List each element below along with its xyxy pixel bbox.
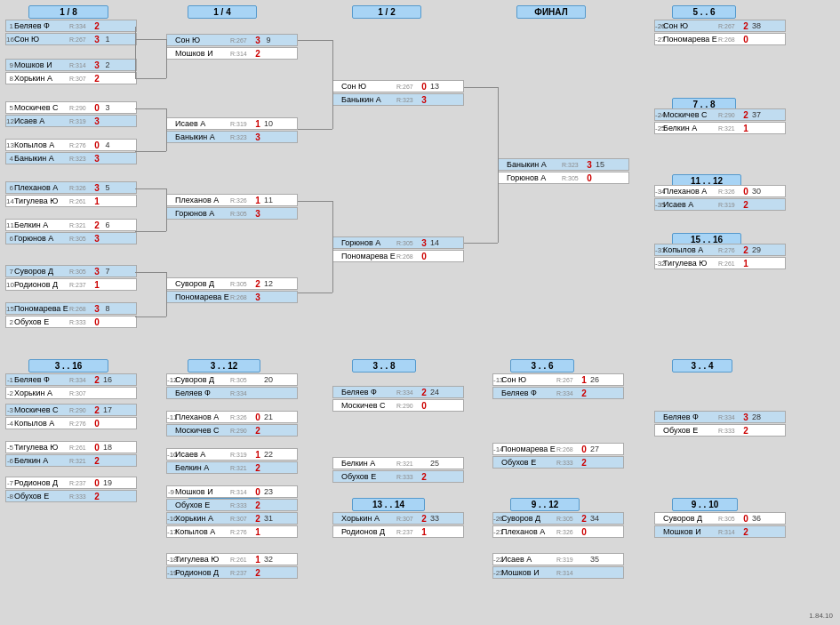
match-19-p2: -8 Обухов Е R:333 2 (5, 490, 137, 502)
hline-7-12 (135, 272, 166, 273)
header-r912: 9 . . 12 (510, 498, 580, 511)
hline-12-14 (298, 292, 332, 293)
match-37-p1: -24 Москичев С R:290 2 37 (654, 108, 786, 121)
match-10: Исаев А R:319 1 10 Баныкин А R:323 3 (166, 117, 298, 144)
match-33-p2: Родионов Д R:237 1 (332, 525, 464, 538)
match-27-p1: -14 Пономарева Е R:268 0 27 (492, 443, 624, 455)
match-30: -34 Плеханов А R:326 0 30 -35 Исаев А R:… (654, 185, 786, 212)
hline-9-13 (298, 40, 332, 41)
match-12-p2: Пономарева Е R:268 3 (166, 291, 298, 303)
match-1-p1: 1 Беляев Ф R:334 2 (5, 20, 137, 32)
match-16-p1: -1 Беляев Ф R:334 2 16 (5, 373, 137, 386)
match-13: Сон Ю R:267 0 13 Баныкин А R:323 3 (332, 80, 464, 107)
match-4-p2: 4 Баныкин А R:323 3 (5, 152, 137, 164)
match-10-p1: Исаев А R:319 1 10 (166, 117, 298, 130)
match-24: Беляев Ф R:334 2 24 Москичев С R:290 0 (332, 386, 464, 413)
match-25-p1: Белкин А R:321 25 (332, 457, 464, 469)
match-20-p2: Беляев Ф R:334 (166, 387, 298, 399)
hline-11-14 (298, 201, 332, 202)
match-29: -31 Копылов А R:276 2 29 -32 Тигулева Ю … (654, 244, 786, 270)
match-36-p2: Мошков И R:314 2 (654, 525, 786, 538)
header-r56: 5 . . 6 (672, 5, 736, 19)
hline-3-10 (135, 108, 166, 109)
match-16: -1 Беляев Ф R:334 2 16 -2 Хорькин А R:30… (5, 373, 137, 400)
hline-6-11 (135, 231, 166, 232)
match-35-p2: -23 Мошков И R:314 (492, 566, 624, 579)
match-21-p1: -11 Плеханов А R:326 0 21 (166, 411, 298, 423)
match-32-p1: -18 Тигулева Ю R:261 1 32 (166, 553, 298, 565)
header-r18: 1 / 8 (28, 5, 108, 19)
match-3: 5 Москичев С R:290 0 3 12 Исаев А R:319 … (5, 101, 137, 128)
match-19-p1: -7 Родионов Д R:237 0 19 (5, 477, 137, 489)
match-36: Суворов Д R:305 0 36 Мошков И R:314 2 (654, 512, 786, 539)
line-m2-m9 (135, 66, 136, 78)
match-27-p2: Обухов Е R:333 2 (492, 456, 624, 469)
bracket-container: 1 / 8 1 / 4 1 / 2 ФИНАЛ 5 . . 6 7 . . 8 … (4, 4, 836, 621)
match-33: Хорькин А R:307 2 33 Родионов Д R:237 1 (332, 512, 464, 539)
match-30-p2: -35 Исаев А R:319 2 (654, 198, 786, 211)
match-14: Горюнов А R:305 3 14 Пономарева Е R:268 … (332, 236, 464, 263)
match-29-p2: -32 Тигулева Ю R:261 1 (654, 257, 786, 269)
match-23: -9 Мошков И R:314 0 23 Обухов Е R:333 2 (166, 485, 298, 512)
header-final: ФИНАЛ (516, 5, 586, 19)
match-14-p2: Пономарева Е R:268 0 (332, 250, 464, 262)
version-text: 1.84.10 (809, 612, 833, 620)
match-34-p1: -20 Суворов Д R:305 2 34 (492, 512, 624, 525)
match-34-p2: -21 Плеханов А R:326 0 (492, 525, 624, 538)
match-26: -13 Сон Ю R:267 1 26 Беляев Ф R:334 2 (492, 373, 624, 400)
match-31: -16 Хорькин А R:307 2 31 -17 Копылов А R… (166, 512, 298, 539)
match-32: -18 Тигулева Ю R:261 1 32 -19 Родионов Д… (166, 553, 298, 580)
match-27: -14 Пономарева Е R:268 0 27 Обухов Е R:3… (492, 443, 624, 469)
match-8-p2: 2 Обухов Е R:333 0 (5, 316, 137, 328)
match-26-p1: -13 Сон Ю R:267 1 26 (492, 373, 624, 386)
match-20-p1: -12 Суворов Д R:305 20 (166, 373, 298, 386)
match-8: 15 Пономарева Е R:268 3 8 2 Обухов Е R:3… (5, 302, 137, 329)
match-28: Беляев Ф R:334 3 28 Обухов Е R:333 2 (654, 411, 786, 437)
match-38: -26 Сон Ю R:267 2 38 -27 Пономарева Е R:… (654, 20, 786, 46)
match-3-p2: 12 Исаев А R:319 3 (5, 115, 137, 127)
vline-m9 (166, 39, 167, 78)
match-2: 9 Мошков И R:314 3 2 8 Хорькин А R:307 2 (5, 59, 137, 85)
hline-1-9 (135, 39, 166, 40)
match-25: Белкин А R:321 25 Обухов Е R:333 2 (332, 457, 464, 484)
match-12-p1: Суворов Д R:305 2 12 (166, 277, 298, 290)
match-24-p1: Беляев Ф R:334 2 24 (332, 386, 464, 398)
header-r12: 1 / 2 (352, 5, 421, 19)
match-4: 13 Копылов А R:276 0 4 4 Баныкин А R:323… (5, 139, 137, 165)
match-13-p1: Сон Ю R:267 0 13 (332, 80, 464, 92)
header-r312: 3 . . 12 (188, 359, 260, 373)
match-32-p2: -19 Родионов Д R:237 2 (166, 566, 298, 579)
match-30-p1: -34 Плеханов А R:326 0 30 (654, 185, 786, 197)
match-38-p1: -26 Сон Ю R:267 2 38 (654, 20, 786, 32)
match-31-p2: -17 Копылов А R:276 1 (166, 525, 298, 538)
vline-m13 (332, 40, 333, 129)
hline-8-12 (135, 317, 166, 317)
header-r34: 3 . . 4 (672, 359, 732, 373)
match-6-p1: 11 Белкин А R:321 2 6 (5, 219, 137, 231)
match-5-p1: 6 Плеханов А R:326 3 5 (5, 181, 137, 194)
match-22-p2: Белкин А R:321 2 (166, 461, 298, 474)
match-24-p2: Москичев С R:290 0 (332, 399, 464, 412)
match-19: -7 Родионов Д R:237 0 19 -8 Обухов Е R:3… (5, 477, 137, 503)
match-35: -22 Исаев А R:319 35 -23 Мошков И R:314 (492, 553, 624, 580)
match-17-p2: -4 Копылов А R:276 0 (5, 417, 137, 429)
vline-m11 (166, 188, 167, 231)
page: 1 / 8 1 / 4 1 / 2 ФИНАЛ 5 . . 6 7 . . 8 … (0, 0, 840, 625)
match-5: 6 Плеханов А R:326 3 5 14 Тигулева Ю R:2… (5, 181, 137, 208)
match-11-p1: Плеханов А R:326 1 11 (166, 194, 298, 206)
match-37-p2: -25 Белкин А R:321 1 (654, 122, 786, 134)
match-26-p2: Беляев Ф R:334 2 (492, 387, 624, 399)
header-r14: 1 / 4 (188, 5, 257, 19)
match-11-p2: Горюнов А R:305 3 (166, 207, 298, 220)
match-28-p1: Беляев Ф R:334 3 28 (654, 411, 786, 423)
hline-5-11 (135, 188, 166, 189)
match-6: 11 Белкин А R:321 2 6 6 Горюнов А R:305 … (5, 219, 137, 245)
match-33-p1: Хорькин А R:307 2 33 (332, 512, 464, 525)
match-22-p1: -10 Исаев А R:319 1 22 (166, 448, 298, 461)
vline-m15 (498, 87, 499, 243)
match-36-p1: Суворов Д R:305 0 36 (654, 512, 786, 525)
hline-13-15 (464, 87, 498, 88)
match-3-p1: 5 Москичев С R:290 0 3 (5, 101, 137, 114)
match-18-p1: -5 Тигулева Ю R:261 0 18 (5, 441, 137, 453)
hline-10-13 (298, 129, 332, 130)
